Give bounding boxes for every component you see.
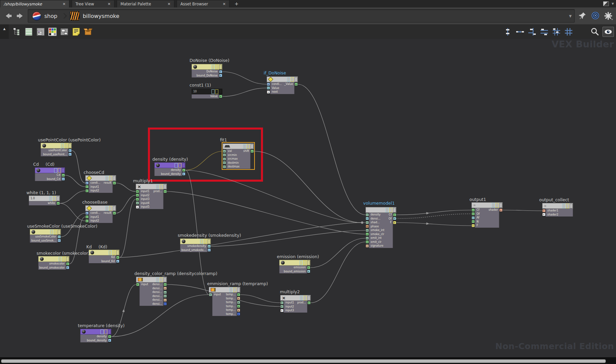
node-header[interactable]: 10 [192, 89, 222, 94]
new-tab-button[interactable]: + [232, 0, 241, 7]
node-flag-f2[interactable] [291, 77, 294, 82]
node-header[interactable]: × [280, 295, 311, 301]
node-header[interactable] [223, 143, 254, 149]
output-connector[interactable]: ▸ [237, 301, 240, 304]
input-connector[interactable]: ▸ [280, 301, 284, 304]
node-flag-f1[interactable] [386, 208, 389, 212]
node-flag-f3[interactable] [58, 230, 61, 234]
node-smokedensity[interactable]: smokedensity▸bound_smokede...▸ [180, 238, 211, 252]
node-flag-f2[interactable] [303, 260, 306, 265]
input-connector[interactable]: ▸ [85, 211, 89, 215]
node-header[interactable] [192, 64, 222, 70]
node-usesmokecolor[interactable]: useSmokeColor▸bound_useSmok...▸ [30, 229, 61, 243]
grid-snap-icon[interactable] [552, 27, 561, 37]
node-output_collect[interactable]: ≋shader1▸shader2▸ [542, 203, 573, 217]
output-connector[interactable]: ▸ [182, 172, 185, 176]
node-flag-f1[interactable] [212, 65, 215, 69]
input-connector[interactable]: ▸ [85, 219, 89, 223]
radar-icon[interactable] [591, 11, 601, 21]
input-connector[interactable]: ▸ [280, 305, 284, 308]
tab-close-icon[interactable]: × [218, 2, 226, 6]
node-tempramp[interactable]: inputtemp...▸▸temp...▸temp...▸temp...▸te… [209, 287, 240, 316]
node-choosecd[interactable]: condi...result▸▸input1▸input2▸ [85, 175, 116, 193]
input-connector[interactable]: ▸ [85, 185, 89, 188]
input-connector[interactable]: ▸ [366, 213, 369, 217]
output-connector[interactable]: ▸ [219, 70, 222, 73]
node-flag-f1[interactable] [287, 77, 290, 82]
output-connector[interactable]: ▸ [113, 211, 116, 215]
output-connector[interactable]: ▸ [294, 83, 298, 86]
node-header[interactable] [154, 162, 185, 168]
input-connector[interactable]: ▸ [136, 201, 139, 205]
network-boxes-icon[interactable] [60, 27, 69, 37]
back-button[interactable] [3, 12, 13, 20]
input-connector[interactable]: ▸ [471, 220, 475, 223]
output-connector[interactable]: ▸ [62, 177, 65, 181]
distribute-icon[interactable] [540, 27, 549, 37]
node-smokecolor[interactable]: smokecolor▸bound_smokecolor▸ [38, 256, 69, 270]
node-header[interactable]: × [136, 184, 167, 189]
output-connector[interactable]: ▸ [163, 298, 167, 302]
node-flag-f3[interactable] [237, 288, 240, 292]
input-connector[interactable]: ▸ [280, 309, 284, 312]
input-connector[interactable]: ▸ [209, 293, 212, 296]
output-connector[interactable]: ▸ [307, 270, 310, 273]
output-connector[interactable]: ▸ [237, 293, 240, 296]
output-connector[interactable]: ▸ [393, 221, 396, 224]
input-connector[interactable]: ▸ [85, 189, 89, 192]
input-connector[interactable]: ▸ [366, 236, 369, 240]
node-multiply2[interactable]: ×input1prod...▸▸input2▸input3▸ [280, 295, 311, 313]
node-density[interactable]: density▸bound_density▸ [154, 162, 185, 176]
output-connector[interactable]: ▸ [58, 235, 61, 238]
sticky-note-icon[interactable] [71, 27, 81, 37]
node-flag-f2[interactable] [204, 239, 207, 244]
horizontal-scrollbar[interactable] [1, 359, 606, 363]
eye-icon[interactable] [602, 27, 614, 37]
input-connector[interactable]: ▸ [366, 217, 369, 220]
node-flag-f2[interactable] [65, 143, 68, 148]
input-connector[interactable]: ▸ [223, 157, 226, 161]
palette-grid-icon[interactable] [48, 27, 57, 37]
input-connector[interactable]: ▸ [366, 229, 369, 232]
node-header[interactable] [30, 229, 61, 235]
node-flag-f3[interactable] [219, 89, 222, 94]
node-flag-f2[interactable] [233, 288, 236, 292]
node-flag-f3[interactable] [294, 77, 298, 82]
tab-asset-browser[interactable]: Asset Browser× [177, 0, 229, 7]
node-flag-f3[interactable] [113, 176, 116, 181]
tab-close-icon[interactable]: × [58, 2, 66, 6]
node-flag-f2[interactable] [54, 230, 57, 234]
node-flag-f1[interactable] [59, 257, 62, 261]
node-header[interactable]: ≋ [542, 203, 573, 209]
output-connector[interactable]: ▸ [237, 309, 240, 312]
node-flag-f2[interactable] [178, 163, 181, 168]
list-view-icon[interactable] [24, 27, 34, 37]
node-flag-f2[interactable] [247, 144, 250, 149]
node-flag-f3[interactable] [570, 204, 573, 208]
input-connector[interactable]: ▸ [223, 161, 226, 164]
input-connector[interactable]: ▸ [136, 190, 139, 193]
node-flag-f1[interactable] [49, 196, 52, 201]
output-connector[interactable]: ▸ [307, 266, 310, 269]
node-header[interactable] [366, 207, 396, 213]
node-flag-f3[interactable] [163, 184, 167, 189]
node-flag-f2[interactable] [215, 65, 218, 69]
output-connector[interactable]: ▸ [207, 245, 211, 248]
node-header[interactable] [35, 167, 65, 173]
node-flag-f3[interactable] [250, 144, 254, 149]
node-flag-f3[interactable] [57, 196, 60, 201]
tab-tree-view[interactable]: Tree View× [72, 0, 114, 7]
node-flag-f3[interactable] [66, 257, 69, 261]
output-connector[interactable]: ▸ [207, 248, 211, 252]
node-header[interactable] [267, 76, 298, 82]
output-connector[interactable]: ▸ [66, 266, 69, 269]
node-flag-f1[interactable] [105, 206, 108, 211]
node-usepointcolor[interactable]: usePointColor▸bound_usePoint...▸ [41, 143, 72, 156]
node-flag-f2[interactable] [160, 277, 163, 282]
node-temperature[interactable]: density▸bound_density▸ [80, 329, 111, 342]
node-header[interactable]: ≋ [471, 202, 503, 208]
node-flag-f2[interactable] [109, 176, 112, 181]
output-connector[interactable]: ▸ [68, 149, 72, 152]
input-connector[interactable]: ▸ [366, 225, 369, 228]
node-header[interactable]: 1.0 [29, 196, 60, 201]
